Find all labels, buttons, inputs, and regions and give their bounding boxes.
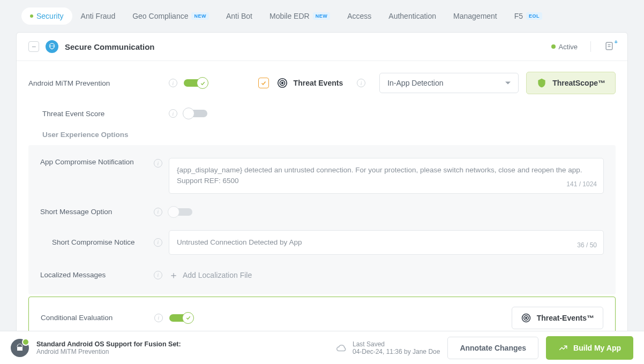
svg-rect-11 — [17, 347, 23, 351]
collapse-button[interactable]: − — [28, 41, 39, 52]
plus-icon: ＋ — [169, 269, 178, 282]
tab-security[interactable]: Security — [21, 7, 72, 25]
footer-bar: Standard Android OS Support for Fusion S… — [0, 331, 644, 364]
short-message-toggle[interactable] — [169, 208, 192, 216]
info-icon[interactable]: i — [169, 79, 177, 87]
tab-geo-compliance[interactable]: Geo ComplianceNEW — [124, 7, 218, 25]
short-message-label: Short Message Option — [40, 208, 147, 216]
mitm-label: Android MiTM Prevention — [28, 79, 162, 87]
svg-point-12 — [18, 345, 19, 346]
new-badge: NEW — [191, 12, 209, 20]
svg-point-1 — [53, 46, 54, 46]
char-counter: 36 / 50 — [577, 240, 597, 250]
info-icon[interactable]: i — [154, 159, 162, 168]
short-notice-textarea[interactable]: Untrusted Connection Detected by App 36 … — [169, 230, 604, 255]
ux-options-section: App Compromise Notification i {app_displ… — [28, 145, 616, 294]
char-counter: 141 / 1024 — [566, 179, 597, 189]
info-icon[interactable]: i — [154, 238, 162, 247]
secure-communication-panel: − Secure Communication Active + Android … — [16, 32, 628, 351]
notification-label: App Compromise Notification — [40, 158, 147, 166]
status-badge: Active — [551, 43, 578, 51]
notification-textarea[interactable]: {app_display_name} detected an untrusted… — [169, 158, 604, 194]
saved-value: 04-Dec-24, 11:36 by Jane Doe — [353, 348, 440, 355]
eol-badge: EOL — [526, 12, 542, 20]
threat-score-label: Threat Event Score — [28, 110, 162, 118]
row-threat-score: Threat Event Score i — [28, 109, 616, 118]
annotate-button[interactable]: Annotate Changes — [447, 337, 538, 359]
row-notification: App Compromise Notification i {app_displ… — [40, 158, 604, 194]
svg-point-0 — [50, 46, 51, 46]
svg-rect-2 — [606, 42, 612, 49]
threat-events-label: Threat Events — [276, 77, 343, 89]
new-badge: NEW — [313, 12, 331, 20]
svg-point-7 — [281, 82, 283, 84]
conditional-label: Conditional Evaluation — [41, 314, 148, 322]
fusion-subtitle: Android MiTM Prevention — [36, 348, 328, 355]
mitm-toggle[interactable] — [184, 79, 207, 87]
info-icon[interactable]: i — [169, 109, 177, 118]
row-mitm: Android MiTM Prevention i Threat Events … — [28, 72, 616, 94]
target-icon — [276, 77, 288, 89]
short-notice-label: Short Compromise Notice — [40, 238, 147, 246]
tab-anti-bot[interactable]: Anti Bot — [218, 7, 261, 25]
info-icon[interactable]: i — [154, 314, 163, 322]
divider — [590, 41, 591, 52]
panel-body: Android MiTM Prevention i Threat Events … — [17, 61, 627, 350]
top-tabs: Security Anti Fraud Geo ComplianceNEW An… — [0, 0, 644, 32]
threatscope-button[interactable]: ThreatScope™ — [526, 72, 616, 94]
row-short-notice: Short Compromise Notice i Untrusted Conn… — [40, 230, 604, 255]
ux-options-header: User Experience Options — [42, 131, 616, 139]
threat-events-button[interactable]: Threat-Events™ — [512, 307, 603, 329]
fusion-title: Standard Android OS Support for Fusion S… — [36, 340, 328, 348]
cloud-icon — [335, 342, 347, 354]
threat-events-checkbox[interactable] — [258, 78, 269, 88]
tab-access[interactable]: Access — [339, 7, 380, 25]
info-icon[interactable]: i — [357, 79, 365, 87]
shield-icon — [46, 40, 58, 53]
panel-title: Secure Communication — [65, 42, 545, 51]
fusion-set-info: Standard Android OS Support for Fusion S… — [36, 340, 328, 355]
localized-label: Localized Messages — [40, 271, 147, 279]
tab-authentication[interactable]: Authentication — [380, 7, 445, 25]
threat-score-toggle[interactable] — [184, 110, 207, 117]
tab-management[interactable]: Management — [445, 7, 506, 25]
conditional-toggle[interactable] — [169, 314, 193, 322]
threat-events-select[interactable]: In-App Detection — [379, 73, 519, 93]
info-icon[interactable]: i — [154, 271, 162, 279]
row-localized: Localized Messages i ＋ Add Localization … — [40, 269, 604, 282]
notes-icon[interactable]: + — [604, 41, 616, 52]
android-icon — [11, 339, 29, 357]
svg-point-13 — [21, 345, 21, 346]
add-localization-button[interactable]: ＋ Add Localization File — [169, 269, 252, 282]
svg-point-10 — [525, 317, 527, 319]
info-icon[interactable]: i — [154, 208, 162, 216]
panel-header: − Secure Communication Active + — [17, 33, 627, 61]
tab-anti-fraud[interactable]: Anti Fraud — [72, 7, 124, 25]
saved-label: Last Saved — [353, 340, 440, 348]
tab-mobile-edr[interactable]: Mobile EDRNEW — [261, 7, 339, 25]
tab-f5[interactable]: F5EOL — [506, 7, 551, 25]
build-button[interactable]: Build My App — [546, 336, 633, 360]
last-saved: Last Saved 04-Dec-24, 11:36 by Jane Doe — [335, 340, 440, 355]
row-short-message: Short Message Option i — [40, 208, 604, 216]
